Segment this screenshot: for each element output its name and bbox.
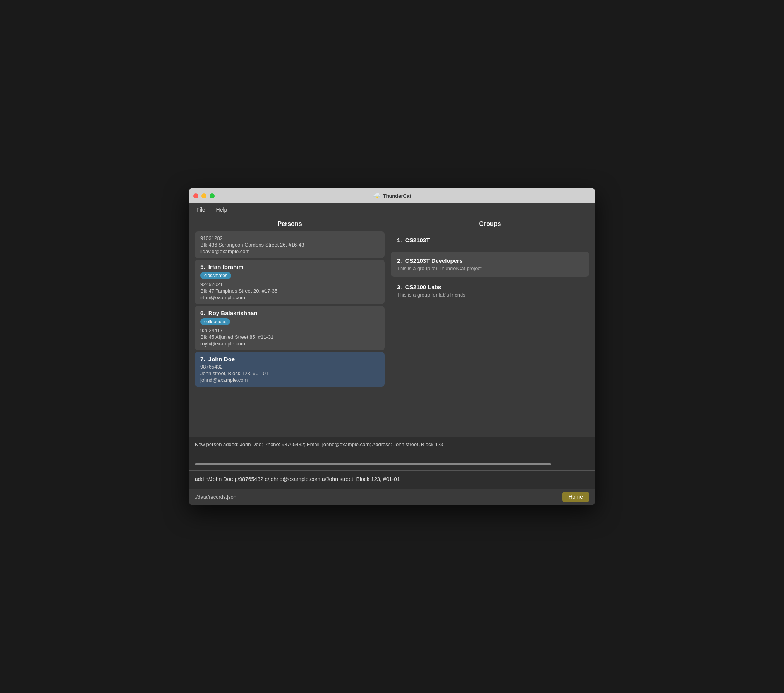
person-6-phone: 92624417 bbox=[200, 328, 379, 333]
person-6-name: 6. Roy Balakrishnan bbox=[200, 310, 379, 316]
progress-bar-container bbox=[189, 460, 595, 470]
person-card-5[interactable]: 5. Irfan Ibrahim classmates 92492021 Blk… bbox=[195, 260, 385, 304]
menu-help[interactable]: Help bbox=[215, 206, 229, 214]
main-content: Persons 91031282 Blk 436 Serangoon Garde… bbox=[189, 216, 595, 437]
command-bar bbox=[189, 470, 595, 489]
person-7-phone: 98765432 bbox=[200, 364, 379, 370]
person-6-address: Blk 45 Aljunied Street 85, #11-31 bbox=[200, 334, 379, 340]
person-5-name: 5. Irfan Ibrahim bbox=[200, 264, 379, 270]
group-1-name: 1. CS2103T bbox=[397, 237, 583, 243]
footer-path: ./data/records.json bbox=[195, 494, 236, 500]
app-window: 🌩️ ThunderCat File Help Persons 91031282… bbox=[189, 188, 595, 505]
person-6-email: royb@example.com bbox=[200, 341, 379, 346]
maximize-button[interactable] bbox=[210, 193, 215, 198]
progress-bar bbox=[195, 463, 551, 465]
group-card-3[interactable]: 3. CS2100 Labs This is a group for lab's… bbox=[391, 278, 589, 303]
group-card-1[interactable]: 1. CS2103T bbox=[391, 231, 589, 250]
person-card-4[interactable]: 91031282 Blk 436 Serangoon Gardens Stree… bbox=[195, 231, 385, 258]
home-button[interactable]: Home bbox=[562, 492, 589, 502]
groups-panel: Groups 1. CS2103T 2. CS2103T Developers … bbox=[391, 216, 589, 431]
titlebar: 🌩️ ThunderCat bbox=[189, 188, 595, 203]
group-2-desc: This is a group for ThunderCat project bbox=[397, 265, 583, 271]
status-message: New person added: John Doe; Phone: 98765… bbox=[195, 441, 445, 447]
person-7-address: John street, Block 123, #01-01 bbox=[200, 371, 379, 376]
groups-list: 1. CS2103T 2. CS2103T Developers This is… bbox=[391, 231, 589, 431]
person-4-phone: 91031282 bbox=[200, 235, 379, 241]
person-5-email: irfan@example.com bbox=[200, 295, 379, 300]
person-4-address: Blk 436 Serangoon Gardens Street 26, #16… bbox=[200, 242, 379, 248]
person-7-name: 7. John Doe bbox=[200, 356, 379, 362]
footer-bar: ./data/records.json Home bbox=[189, 489, 595, 505]
app-icon: 🌩️ bbox=[373, 192, 381, 200]
person-4-email: lidavid@example.com bbox=[200, 248, 379, 254]
person-7-email: johnd@example.com bbox=[200, 377, 379, 383]
menubar: File Help bbox=[189, 203, 595, 216]
minimize-button[interactable] bbox=[201, 193, 206, 198]
group-3-desc: This is a group for lab's friends bbox=[397, 292, 583, 298]
person-5-tag: classmates bbox=[200, 272, 231, 279]
person-5-phone: 92492021 bbox=[200, 281, 379, 287]
command-input[interactable] bbox=[195, 474, 589, 484]
groups-header: Groups bbox=[391, 216, 589, 231]
status-bar: New person added: John Doe; Phone: 98765… bbox=[189, 437, 595, 460]
app-title: ThunderCat bbox=[383, 193, 411, 199]
person-card-7[interactable]: 7. John Doe 98765432 John street, Block … bbox=[195, 352, 385, 387]
persons-panel: Persons 91031282 Blk 436 Serangoon Garde… bbox=[195, 216, 385, 431]
menu-file[interactable]: File bbox=[195, 206, 207, 214]
group-card-2[interactable]: 2. CS2103T Developers This is a group fo… bbox=[391, 252, 589, 277]
persons-list[interactable]: 91031282 Blk 436 Serangoon Gardens Stree… bbox=[195, 231, 385, 431]
close-button[interactable] bbox=[193, 193, 198, 198]
person-card-6[interactable]: 6. Roy Balakrishnan colleagues 92624417 … bbox=[195, 306, 385, 350]
group-3-name: 3. CS2100 Labs bbox=[397, 284, 583, 290]
person-5-address: Blk 47 Tampines Street 20, #17-35 bbox=[200, 288, 379, 294]
window-title: 🌩️ ThunderCat bbox=[373, 192, 411, 200]
persons-header: Persons bbox=[195, 216, 385, 231]
group-2-name: 2. CS2103T Developers bbox=[397, 257, 583, 264]
person-6-tag: colleagues bbox=[200, 318, 230, 325]
